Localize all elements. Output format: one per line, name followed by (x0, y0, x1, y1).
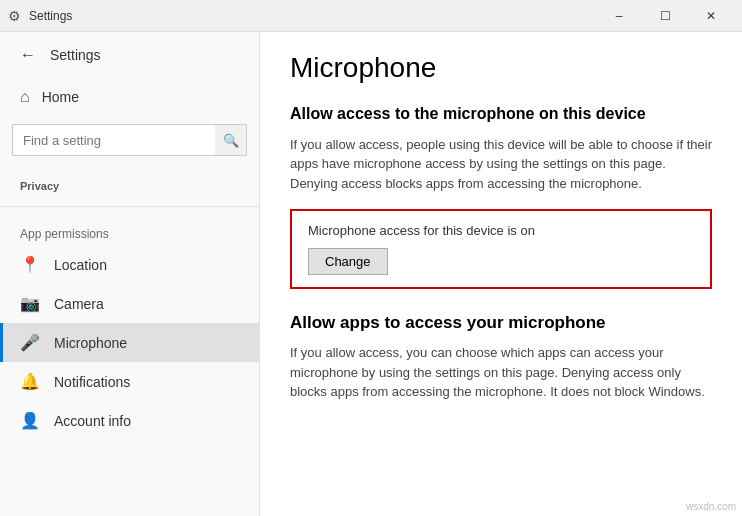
change-button[interactable]: Change (308, 248, 388, 275)
minimize-button[interactable]: – (596, 0, 642, 32)
back-button[interactable]: ← (16, 44, 40, 66)
home-label: Home (42, 89, 79, 105)
sidebar-app-title: Settings (50, 47, 101, 63)
notifications-icon: 🔔 (20, 372, 40, 391)
sidebar-item-camera-label: Camera (54, 296, 104, 312)
sidebar-search: 🔍 (12, 124, 247, 156)
sidebar-item-microphone[interactable]: 🎤 Microphone (0, 323, 259, 362)
page-title: Microphone (290, 52, 712, 84)
sidebar-item-microphone-label: Microphone (54, 335, 127, 351)
app-permissions-header: App permissions (0, 215, 259, 245)
title-bar-controls: – ☐ ✕ (596, 0, 734, 32)
home-icon: ⌂ (20, 88, 30, 106)
microphone-icon: 🎤 (20, 333, 40, 352)
access-status-box: Microphone access for this device is on … (290, 209, 712, 289)
maximize-button[interactable]: ☐ (642, 0, 688, 32)
section1-description: If you allow access, people using this d… (290, 135, 712, 194)
section2-description: If you allow access, you can choose whic… (290, 343, 712, 402)
sidebar-home-item[interactable]: ⌂ Home (0, 78, 259, 116)
title-bar: ⚙ Settings – ☐ ✕ (0, 0, 742, 32)
section2-heading: Allow apps to access your microphone (290, 313, 712, 333)
title-bar-title: Settings (29, 9, 72, 23)
account-info-icon: 👤 (20, 411, 40, 430)
main-container: ← Settings ⌂ Home 🔍 Privacy App permissi… (0, 32, 742, 516)
sidebar-item-notifications[interactable]: 🔔 Notifications (0, 362, 259, 401)
title-bar-left: ⚙ Settings (8, 8, 596, 24)
access-status-text: Microphone access for this device is on (308, 223, 694, 238)
sidebar-item-account-info[interactable]: 👤 Account info (0, 401, 259, 440)
camera-icon: 📷 (20, 294, 40, 313)
settings-app-icon: ⚙ (8, 8, 21, 24)
close-button[interactable]: ✕ (688, 0, 734, 32)
search-input[interactable] (12, 124, 247, 156)
location-icon: 📍 (20, 255, 40, 274)
sidebar-item-location-label: Location (54, 257, 107, 273)
sidebar-item-notifications-label: Notifications (54, 374, 130, 390)
sidebar-divider (0, 206, 259, 207)
privacy-section-label: Privacy (0, 172, 259, 198)
sidebar-header: ← Settings (0, 32, 259, 78)
sidebar-item-account-info-label: Account info (54, 413, 131, 429)
watermark: wsxdn.com (686, 501, 736, 512)
sidebar-item-location[interactable]: 📍 Location (0, 245, 259, 284)
section1-heading: Allow access to the microphone on this d… (290, 104, 712, 125)
sidebar: ← Settings ⌂ Home 🔍 Privacy App permissi… (0, 32, 260, 516)
content-area: Microphone Allow access to the microphon… (260, 32, 742, 516)
sidebar-item-camera[interactable]: 📷 Camera (0, 284, 259, 323)
search-icon[interactable]: 🔍 (215, 124, 247, 156)
